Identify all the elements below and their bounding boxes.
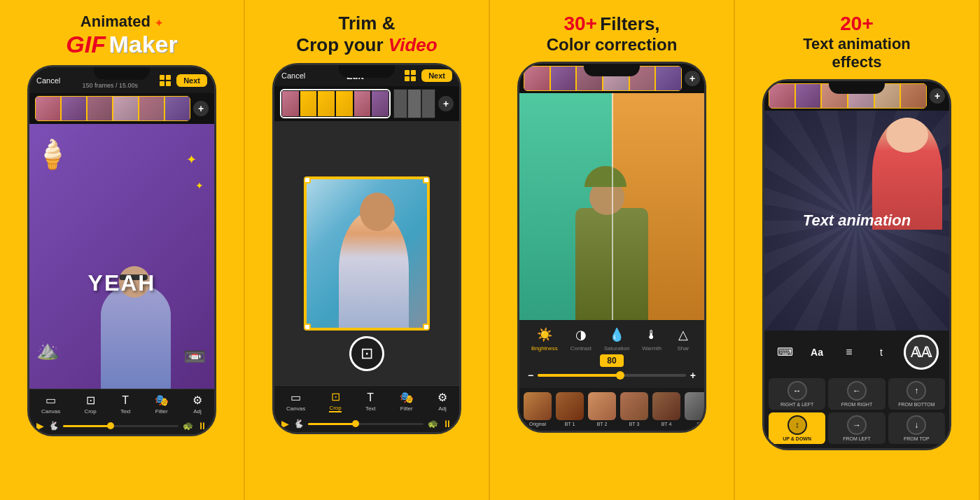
add-frame-button-2[interactable]: + xyxy=(438,96,454,111)
brightness-slider[interactable]: − + xyxy=(525,368,699,382)
panel-1-headline: Animated ✦ GIF Maker xyxy=(66,13,177,58)
playback-bar-2: ▶ 🐇 🐢 ⏸ xyxy=(274,415,459,432)
filter-bt3[interactable]: BT 3 xyxy=(620,392,648,426)
color-tools: ☀️ Brightness ◑ Contrast 💧 Saturation 🌡 … xyxy=(519,320,704,388)
panel-2-headline: Trim & Crop your Video xyxy=(296,13,437,56)
anim-from-right[interactable]: ← FROM RIGHT xyxy=(828,378,885,410)
panel-4: 20+ Text animation effects xyxy=(735,0,980,500)
filter-tool-2[interactable]: 🎭 Filter xyxy=(400,391,414,412)
turtle-icon[interactable]: 🐢 xyxy=(183,421,193,431)
rabbit-icon-2[interactable]: 🐇 xyxy=(293,419,304,429)
anim-from-left[interactable]: → FROM LEFT xyxy=(828,412,885,444)
next-button-1[interactable]: Next xyxy=(176,74,207,87)
filter-bt2[interactable]: BT 2 xyxy=(588,392,616,426)
timeline-2: + xyxy=(274,86,459,121)
pause-button-2[interactable]: ⏸ xyxy=(442,418,452,429)
sticker-cassette: 📼 xyxy=(183,346,206,368)
filter-original[interactable]: Original xyxy=(524,392,552,426)
timeline-selected xyxy=(280,89,391,118)
filter-thumbnails: Original BT 1 BT 2 BT 3 BT 4 xyxy=(519,388,704,431)
saturation-tool[interactable]: 💧 Saturation xyxy=(604,326,629,352)
filter-b[interactable]: B xyxy=(685,392,704,426)
anim-up-down[interactable]: ↕ UP & DOWN xyxy=(769,412,825,444)
trim-crop-title: Trim & Crop your Video xyxy=(296,13,437,56)
timeline-frames-1 xyxy=(35,96,190,121)
sharpness-tool[interactable]: △ Shar xyxy=(674,326,692,352)
warmth-tool[interactable]: 🌡 Warmth xyxy=(642,326,662,352)
turtle-icon-2[interactable]: 🐢 xyxy=(428,419,438,429)
pause-button-1[interactable]: ⏸ xyxy=(197,420,207,431)
panel-3: 30+ Filters, Color correction xyxy=(490,0,735,500)
crop-tool-circle[interactable]: ⊡ xyxy=(349,336,384,371)
brightness-tool[interactable]: ☀️ Brightness xyxy=(531,326,558,352)
text-effects-label: Text animation effects xyxy=(803,35,911,72)
panel-2: Trim & Crop your Video Cancel Edit Next xyxy=(245,0,490,500)
color-tool-row: ☀️ Brightness ◑ Contrast 💧 Saturation 🌡 … xyxy=(525,326,699,352)
phone-screen-4: + Text animation ⌨ Aa ≡ t xyxy=(764,81,949,448)
adj-tool-2[interactable]: ⚙ Adj xyxy=(438,391,447,412)
grid-icon-2[interactable] xyxy=(405,70,416,81)
play-forward-icon-2[interactable]: ▶ xyxy=(281,418,289,429)
phone-screen-2: Cancel Edit Next xyxy=(274,65,459,432)
keyboard-icon[interactable]: ⌨ xyxy=(775,342,794,362)
adj-icon: ⚙ xyxy=(192,394,202,407)
brightness-value: 80 xyxy=(600,354,623,367)
crop-frame: ⊡ xyxy=(274,121,459,385)
phone-4: + Text animation ⌨ Aa ≡ t xyxy=(762,79,951,450)
canvas-tool-2[interactable]: ▭ Canvas xyxy=(286,391,305,412)
anim-from-bottom[interactable]: ↑ FROM BOTTOM xyxy=(888,378,945,410)
crop-tool-icon: ⊡ xyxy=(360,345,373,363)
animation-options-grid: ↔ RIGHT & LEFT ← FROM RIGHT ↑ FROM BOTTO… xyxy=(764,374,949,448)
canvas-tool[interactable]: ▭ Canvas xyxy=(41,394,60,415)
canvas-area-1: 🍦 ✦ ✦ YEAH ⛰️ 📼 xyxy=(29,124,214,389)
filter-bt1[interactable]: BT 1 xyxy=(556,392,584,426)
text-edit-toolbar: ⌨ Aa ≡ t 𝔸𝔸 xyxy=(764,331,949,374)
phone-notch-2 xyxy=(339,65,395,78)
phone-1: Cancel Edit 150 frames / 15.00s Next xyxy=(27,65,216,436)
rabbit-icon[interactable]: 🐇 xyxy=(48,421,59,431)
yeah-text: YEAH xyxy=(88,270,156,296)
crop-tool-2[interactable]: ⊡ Crop xyxy=(329,390,341,412)
cancel-button-2[interactable]: Cancel xyxy=(281,71,305,80)
text-icon: T xyxy=(122,394,129,407)
animated-label: Animated ✦ xyxy=(66,13,177,31)
font-icon[interactable]: Aa xyxy=(807,342,827,362)
phone-notch-4 xyxy=(829,81,885,94)
phone-screen-3: + xyxy=(519,64,704,431)
contrast-tool[interactable]: ◑ Contrast xyxy=(570,326,592,352)
crop-tool[interactable]: ⊡ Crop xyxy=(84,394,96,415)
panel-4-headline: 20+ Text animation effects xyxy=(803,13,911,72)
bottom-toolbar-1: ▭ Canvas ⊡ Crop T Text 🎭 Filter ⚙ Adj xyxy=(29,389,214,417)
grid-icon-1[interactable] xyxy=(160,75,171,86)
panel-1: Animated ✦ GIF Maker Cancel Edit 150 fra… xyxy=(0,0,245,500)
anim-from-top[interactable]: ↓ FROM TOP xyxy=(888,412,945,444)
text-tool-2[interactable]: T Text xyxy=(365,391,376,412)
crop-image xyxy=(304,176,430,331)
anim-right-left[interactable]: ↔ RIGHT & LEFT xyxy=(769,378,825,410)
adj-tool[interactable]: ⚙ Adj xyxy=(192,394,202,415)
add-frame-button-4[interactable]: + xyxy=(930,88,945,104)
add-frame-button[interactable]: + xyxy=(193,101,209,116)
playback-bar-1: ▶ 🐇 🐢 ⏸ xyxy=(29,417,214,434)
sparkle-2: ✦ xyxy=(195,180,204,191)
playback-slider-2[interactable] xyxy=(308,423,424,425)
crop-icon: ⊡ xyxy=(86,394,95,407)
next-button-2[interactable]: Next xyxy=(421,69,452,82)
play-forward-icon[interactable]: ▶ xyxy=(36,420,44,431)
text-animation-circle-icon[interactable]: 𝔸𝔸 xyxy=(904,335,939,370)
add-frame-button-3[interactable]: + xyxy=(685,71,700,86)
sticker-icecream: 🍦 xyxy=(35,138,70,171)
filter-bt4[interactable]: BT 4 xyxy=(652,392,680,426)
cancel-button-1[interactable]: Cancel xyxy=(36,76,60,85)
timeline-normal xyxy=(393,89,435,118)
playback-slider-1[interactable] xyxy=(63,425,178,427)
text-style-icon[interactable]: t xyxy=(872,342,891,362)
canvas-icon: ▭ xyxy=(46,394,56,407)
timeline-1: + xyxy=(29,93,214,124)
text-tool[interactable]: T Text xyxy=(120,394,131,415)
text-animation-label: Text animation xyxy=(803,211,911,230)
filter-tool[interactable]: 🎭 Filter xyxy=(155,394,169,415)
gif-maker-label: GIF Maker xyxy=(66,31,177,58)
align-icon[interactable]: ≡ xyxy=(839,342,859,362)
text-anim-screen: Text animation xyxy=(764,111,949,331)
